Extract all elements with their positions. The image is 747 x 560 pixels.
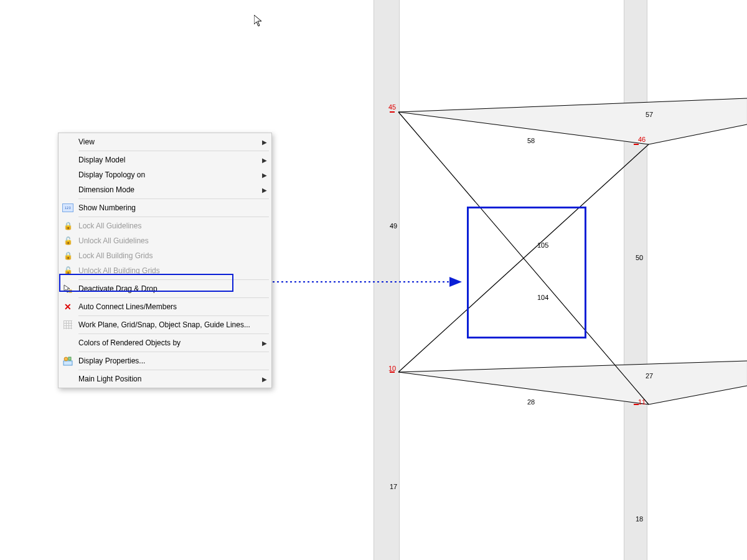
menu-auto-connect[interactable]: ✕ Auto Connect Lines/Members	[60, 299, 270, 314]
submenu-arrow-icon: ▶	[259, 172, 270, 179]
submenu-arrow-icon: ▶	[259, 157, 270, 164]
menu-main-light-label: Main Light Position	[76, 375, 259, 383]
cursor-icon	[60, 282, 76, 296]
svg-line-7	[649, 386, 747, 404]
menu-display-properties[interactable]: Display Properties...	[60, 353, 270, 368]
svg-line-2	[398, 98, 747, 112]
submenu-arrow-icon: ▶	[259, 340, 270, 347]
menu-dimension-mode[interactable]: Dimension Mode ▶	[60, 182, 270, 197]
grid-icon	[60, 318, 76, 332]
member-label-105: 105	[537, 241, 549, 249]
menu-view[interactable]: View ▶	[60, 134, 270, 149]
menu-lock-grids: 🔒 Lock All Building Grids	[60, 248, 270, 263]
menu-separator	[78, 352, 269, 352]
svg-point-15	[64, 357, 68, 361]
menu-display-model[interactable]: Display Model ▶	[60, 152, 270, 167]
menu-work-plane[interactable]: Work Plane, Grid/Snap, Object Snap, Guid…	[60, 317, 270, 332]
menu-deactivate-dnd-label: Deactivate Drag & Drop	[76, 284, 270, 293]
unlock-icon: 🔓	[60, 234, 76, 248]
member-label-28: 28	[527, 398, 535, 406]
menu-display-props-label: Display Properties...	[76, 357, 270, 365]
menu-separator	[78, 217, 269, 217]
menu-view-label: View	[76, 138, 259, 146]
svg-marker-17	[254, 15, 261, 26]
menu-display-model-label: Display Model	[76, 156, 259, 164]
menu-show-numbering-label: Show Numbering	[76, 203, 270, 212]
menu-separator	[78, 198, 269, 199]
svg-line-4	[649, 124, 747, 144]
svg-line-6	[398, 372, 649, 404]
menu-unlock-grids: 🔓 Unlock All Building Grids	[60, 263, 270, 278]
menu-lock-grids-label: Lock All Building Grids	[76, 251, 270, 260]
member-label-58: 58	[527, 137, 535, 144]
menu-unlock-grids-label: Unlock All Building Grids	[76, 266, 270, 275]
unlock-icon: 🔓	[60, 264, 76, 278]
svg-line-3	[398, 112, 649, 144]
menu-lock-guidelines: 🔒 Lock All Guidelines	[60, 218, 270, 233]
member-label-17: 17	[389, 483, 398, 490]
lock-icon: 🔒	[60, 249, 76, 263]
menu-separator	[78, 370, 269, 370]
svg-rect-14	[63, 361, 72, 365]
menu-display-topology[interactable]: Display Topology on ▶	[60, 167, 270, 182]
lock-icon: 🔒	[60, 219, 76, 233]
mouse-cursor-icon	[254, 15, 263, 27]
context-menu: View ▶ Display Model ▶ Display Topology …	[58, 133, 272, 388]
submenu-arrow-icon: ▶	[259, 139, 270, 146]
member-label-49: 49	[389, 222, 398, 230]
numbering-icon: 123	[60, 201, 76, 215]
node-label-45: 45	[388, 103, 397, 111]
menu-separator	[78, 334, 269, 334]
highlight-canvas-box	[467, 207, 586, 338]
svg-marker-0	[398, 98, 747, 144]
member-label-27: 27	[645, 372, 654, 380]
menu-colors-by-label: Colors of Rendered Objects by	[76, 338, 259, 347]
menu-dimension-mode-label: Dimension Mode	[76, 185, 259, 194]
blank-icon	[60, 135, 76, 149]
node-label-11: 11	[637, 398, 646, 406]
menu-display-topology-label: Display Topology on	[76, 170, 259, 179]
app-stage: 45 46 10 11 49 50 17 18 57 58 27 28 105 …	[0, 0, 747, 560]
column-right	[624, 0, 647, 560]
menu-separator	[78, 151, 269, 151]
member-label-50: 50	[635, 254, 644, 261]
svg-line-5	[398, 361, 747, 372]
blank-icon	[60, 336, 76, 350]
blank-icon	[60, 183, 76, 197]
menu-show-numbering[interactable]: 123 Show Numbering	[60, 200, 270, 215]
properties-icon	[60, 354, 76, 368]
blank-icon	[60, 168, 76, 182]
menu-unlock-guidelines-label: Unlock All Guidelines	[76, 236, 270, 245]
menu-unlock-guidelines: 🔓 Unlock All Guidelines	[60, 233, 270, 248]
submenu-arrow-icon: ▶	[259, 376, 270, 383]
menu-auto-connect-label: Auto Connect Lines/Members	[76, 302, 270, 311]
menu-separator	[78, 315, 269, 316]
node-label-10: 10	[388, 365, 397, 372]
svg-line-9	[398, 144, 649, 372]
menu-separator	[78, 297, 269, 298]
x-icon: ✕	[60, 300, 76, 314]
blank-icon	[60, 153, 76, 167]
member-label-18: 18	[635, 515, 644, 523]
member-label-57: 57	[645, 111, 654, 118]
node-marker-45[interactable]	[390, 111, 395, 113]
column-left	[374, 0, 400, 560]
menu-deactivate-drag-drop[interactable]: Deactivate Drag & Drop	[60, 281, 270, 296]
menu-main-light[interactable]: Main Light Position ▶	[60, 371, 270, 386]
menu-work-plane-label: Work Plane, Grid/Snap, Object Snap, Guid…	[76, 320, 270, 329]
menu-lock-guidelines-label: Lock All Guidelines	[76, 222, 270, 230]
node-marker-46[interactable]	[634, 144, 639, 145]
svg-rect-16	[68, 357, 71, 360]
menu-separator	[78, 279, 269, 280]
svg-line-8	[398, 112, 649, 404]
member-label-104: 104	[537, 294, 549, 301]
menu-colors-by[interactable]: Colors of Rendered Objects by ▶	[60, 335, 270, 350]
node-label-46: 46	[637, 136, 646, 143]
blank-icon	[60, 372, 76, 386]
submenu-arrow-icon: ▶	[259, 187, 270, 194]
svg-marker-1	[398, 361, 747, 404]
svg-rect-13	[69, 290, 72, 292]
